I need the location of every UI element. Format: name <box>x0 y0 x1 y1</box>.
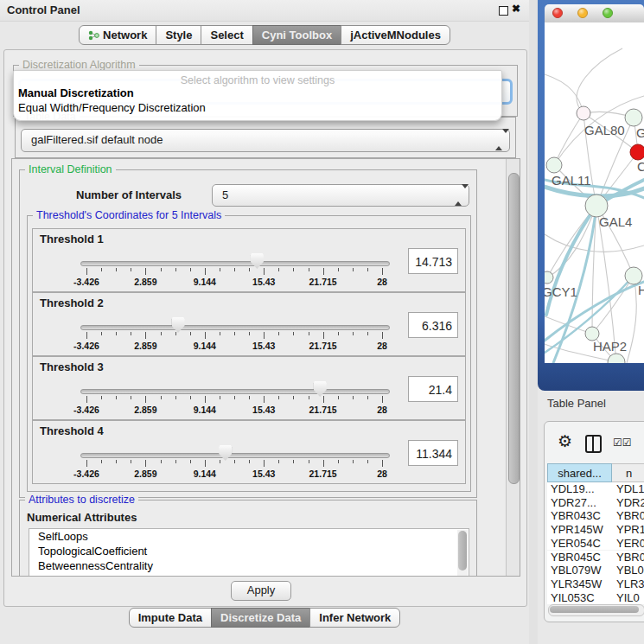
table-row[interactable]: YDR27...YDR2 <box>547 496 644 510</box>
group-title: Discretization Algorithm <box>19 59 139 71</box>
slider-tick <box>353 332 354 335</box>
attributes-list-scrollbar[interactable] <box>457 530 468 577</box>
attribute-item-selfloops[interactable]: SelfLoops <box>29 529 469 544</box>
slider-tick-label: -3.426 <box>65 405 108 415</box>
network-node[interactable] <box>630 144 644 160</box>
group-title: Threshold's Coordinates for 5 Intervals <box>33 209 225 221</box>
slider-tick-label: 9.144 <box>183 277 226 287</box>
threshold-2-slider-thumb[interactable] <box>172 317 185 333</box>
cell-shared-name: YBL079W <box>551 564 611 577</box>
attribute-item-betweennesscentrality[interactable]: BetweennessCentrality <box>29 558 469 573</box>
threshold-3-slider-thumb[interactable] <box>314 381 327 397</box>
network-node[interactable] <box>625 109 642 126</box>
threshold-3-slider-track[interactable] <box>80 389 390 394</box>
threshold-4-slider-track[interactable] <box>80 453 390 458</box>
slider-tick-label: 15.43 <box>242 405 285 415</box>
table-row[interactable]: YBR045CYBR0 <box>547 551 644 564</box>
slider-tick <box>323 396 324 403</box>
slider-tick <box>278 460 279 463</box>
network-node[interactable] <box>608 354 625 363</box>
slider-tick <box>382 332 383 339</box>
tab-label: Network <box>103 29 147 41</box>
slider-tick <box>293 268 294 271</box>
threshold-2-value-field[interactable]: 6.316 <box>408 312 458 338</box>
network-node-label: C <box>637 159 644 174</box>
network-edge[interactable] <box>545 74 583 113</box>
threshold-1-slider-thumb[interactable] <box>251 253 264 269</box>
table-row[interactable]: YDL19...YDL1 <box>547 482 644 496</box>
column-header-shared-name[interactable]: shared... <box>547 463 612 482</box>
slider-tick <box>131 460 131 463</box>
slider-tick <box>205 396 206 403</box>
slider-tick <box>145 332 146 339</box>
close-light[interactable] <box>552 8 563 18</box>
tab-select[interactable]: Select <box>201 25 252 45</box>
slider-tick <box>249 396 250 399</box>
minimize-light[interactable] <box>577 8 588 18</box>
network-node[interactable] <box>625 267 642 284</box>
gear-icon[interactable]: ⚙ <box>558 431 572 451</box>
dropdown-item-equal-width-frequency-discretization[interactable]: Equal Width/Frequency Discretization <box>14 101 501 116</box>
apply-button[interactable]: Apply <box>231 581 291 601</box>
slider-tick <box>382 460 383 467</box>
table-row[interactable]: YBR043CYBR0 <box>547 509 644 523</box>
slider-tick <box>382 268 383 275</box>
threshold-2-slider-track[interactable] <box>80 325 390 330</box>
cell-name: YBR0 <box>616 509 644 522</box>
float-panel-icon[interactable] <box>499 6 508 16</box>
tab-jactivemnodules[interactable]: jActiveMNodules <box>341 25 450 45</box>
table-row[interactable]: YLR345WYLR3 <box>547 577 644 591</box>
tab-discretize-data[interactable]: Discretize Data <box>211 608 310 628</box>
tab-network[interactable]: Network <box>79 25 156 45</box>
slider-tick <box>175 460 176 463</box>
network-canvas[interactable]: GAL80GCGAL11GAL4GCY1HHAP2 <box>545 22 644 363</box>
table-row[interactable]: YBL079WYBL0 <box>547 564 644 577</box>
tab-label: Infer Network <box>319 611 391 624</box>
slider-tick-label: 21.715 <box>302 469 345 479</box>
tab-cyni-toolbox[interactable]: Cyni Toolbox <box>252 25 341 45</box>
threshold-1-value-field[interactable]: 14.713 <box>408 248 458 274</box>
network-edge[interactable] <box>577 48 622 113</box>
table-row[interactable]: YER054CYER0 <box>547 537 644 551</box>
checkboxes-icon[interactable]: ☑☑ <box>613 437 632 449</box>
network-node[interactable] <box>577 106 590 120</box>
table-row[interactable]: YIL053CYIL0 <box>547 591 644 605</box>
table-horizontal-scrollbar[interactable] <box>548 604 644 616</box>
dropdown-hint: Select algorithm to view settings <box>14 71 501 86</box>
table-data-combobox[interactable]: galFiltered.sif default node <box>21 129 510 152</box>
threshold-1-slider-track[interactable] <box>80 261 390 266</box>
number-of-intervals-combobox[interactable]: 5 <box>212 184 469 207</box>
attribute-item-topologicalcoefficient[interactable]: TopologicalCoefficient <box>29 544 469 558</box>
slider-tick <box>116 268 117 271</box>
tab-style[interactable]: Style <box>156 25 201 45</box>
slider-tick <box>234 332 235 335</box>
network-node[interactable] <box>546 157 562 173</box>
threshold-4-slider-thumb[interactable] <box>219 445 232 461</box>
threshold-3-value-field[interactable]: 21.4 <box>408 376 458 402</box>
dropdown-item-manual-discretization[interactable]: Manual Discretization <box>14 86 501 101</box>
columns-icon[interactable] <box>585 435 602 453</box>
threshold-label: Threshold 4 <box>40 424 104 437</box>
network-node[interactable] <box>545 271 553 284</box>
cyni-bottom-tabbar: Impute DataDiscretize DataInfer Network <box>0 608 529 628</box>
cell-name: YBR0 <box>616 551 644 564</box>
slider-tick <box>131 268 131 271</box>
network-icon <box>88 29 99 41</box>
network-edge[interactable] <box>554 113 583 165</box>
slider-tick-label: 21.715 <box>302 405 345 415</box>
scrollpane-vertical-scrollbar[interactable] <box>506 159 520 576</box>
attributes-list[interactable]: SelfLoopsTopologicalCoefficientBetweenne… <box>29 528 469 577</box>
tab-impute-data[interactable]: Impute Data <box>129 608 212 628</box>
threshold-4-value-field[interactable]: 11.344 <box>408 440 458 466</box>
slider-tick <box>249 460 250 463</box>
column-header-name[interactable]: n <box>612 463 644 482</box>
tab-infer-network[interactable]: Infer Network <box>309 608 400 628</box>
cell-shared-name: YBR045C <box>551 551 611 564</box>
control-panel-titlebar: Control Panel ✖ <box>0 0 529 22</box>
close-panel-icon[interactable]: ✖ <box>512 3 520 15</box>
zoom-light[interactable] <box>603 8 613 18</box>
network-window-titlebar[interactable] <box>545 4 644 23</box>
number-of-intervals-value: 5 <box>222 188 228 201</box>
table-row[interactable]: YPR145WYPR1 <box>547 523 644 537</box>
slider-tick <box>220 332 220 335</box>
